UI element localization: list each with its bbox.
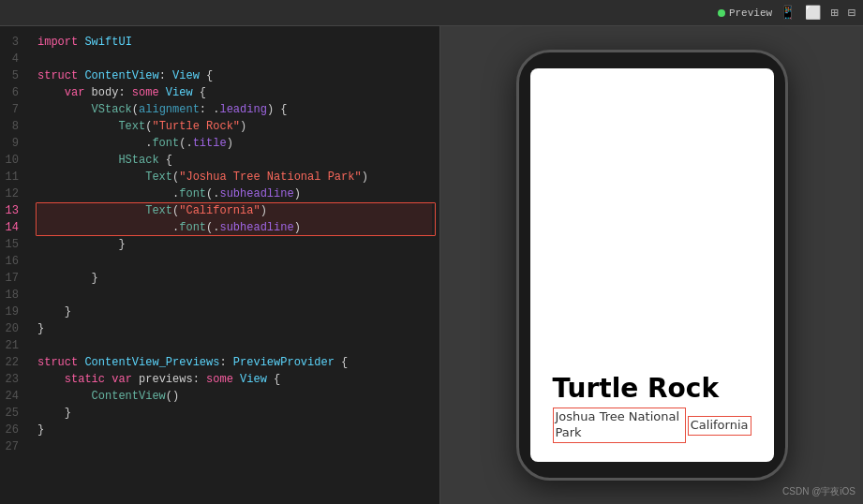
phone-icon[interactable]: 📱 <box>780 5 796 21</box>
preview-panel: Turtle Rock Joshua Tree National Park Ca… <box>440 26 863 504</box>
code-line: .font(.subheadline) <box>37 219 432 236</box>
code-line: ContentView() <box>37 388 432 405</box>
layout-icon[interactable]: ⬜ <box>805 5 821 21</box>
code-line: .font(.subheadline) <box>37 185 432 202</box>
code-line: var body: some View { <box>37 84 432 101</box>
line-numbers: 3456789101112131415161718192021222324252… <box>0 26 34 504</box>
code-content[interactable]: import SwiftUIstruct ContentView: View {… <box>34 26 439 504</box>
preview-indicator: Preview <box>718 7 772 19</box>
code-line <box>37 337 432 354</box>
code-area: 3456789101112131415161718192021222324252… <box>0 26 439 504</box>
code-line <box>37 253 432 270</box>
top-bar: Preview 📱 ⬜ ⊞ ⊟ <box>0 0 863 26</box>
code-line: struct ContentView: View { <box>37 67 432 84</box>
code-line: static var previews: some View { <box>37 371 432 388</box>
code-line: } <box>37 236 432 253</box>
preview-subtitle1: Joshua Tree National Park <box>553 408 686 443</box>
code-line: Text("California") <box>37 202 432 219</box>
code-line: Text("Joshua Tree National Park") <box>37 169 432 185</box>
code-panel: 3456789101112131415161718192021222324252… <box>0 26 440 504</box>
toolbar-icons: 📱 ⬜ ⊞ ⊟ <box>780 5 856 21</box>
grid-icon[interactable]: ⊞ <box>830 5 838 21</box>
phone-screen: Turtle Rock Joshua Tree National Park Ca… <box>530 68 774 462</box>
code-line <box>37 438 432 455</box>
code-line: } <box>37 320 432 337</box>
preview-label: Preview <box>729 7 772 19</box>
code-line: } <box>37 304 432 320</box>
code-line: } <box>37 422 432 438</box>
main-content: 3456789101112131415161718192021222324252… <box>0 26 863 504</box>
code-line <box>37 287 432 304</box>
watermark: CSDN @宇夜iOS <box>782 485 856 498</box>
preview-title: Turtle Rock <box>553 375 751 404</box>
code-line: import SwiftUI <box>37 34 432 51</box>
split-icon[interactable]: ⊟ <box>848 5 856 21</box>
code-line: } <box>37 270 432 287</box>
code-line: VStack(alignment: .leading) { <box>37 101 432 118</box>
code-line: HStack { <box>37 152 432 169</box>
subtitle-row: Joshua Tree National Park California <box>553 408 751 443</box>
preview-status-dot <box>718 9 725 17</box>
code-line: struct ContentView_Previews: PreviewProv… <box>37 354 432 371</box>
code-line: Text("Turtle Rock") <box>37 118 432 135</box>
screen-content: Turtle Rock Joshua Tree National Park Ca… <box>553 375 751 443</box>
preview-subtitle2: California <box>688 416 751 436</box>
code-line: .font(.title) <box>37 135 432 152</box>
code-line <box>37 51 432 67</box>
phone-mockup: Turtle Rock Joshua Tree National Park Ca… <box>516 50 788 481</box>
code-line: } <box>37 405 432 422</box>
